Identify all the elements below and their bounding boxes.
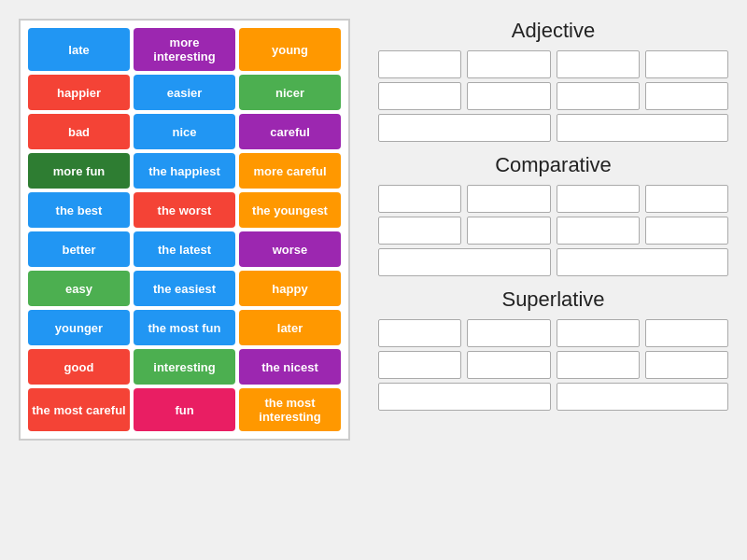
word-tile[interactable]: the easiest [134,271,235,306]
drop-cell[interactable] [467,82,550,110]
word-tile[interactable]: fun [134,388,235,431]
word-tile[interactable]: happy [239,271,341,306]
drop-row [378,50,728,78]
drop-cell[interactable] [467,50,550,78]
drop-cell[interactable] [645,319,728,347]
word-tile[interactable]: nicer [239,75,341,110]
drop-row-last [378,248,728,276]
word-tile[interactable]: the worst [134,192,235,228]
drop-cell[interactable] [378,217,461,245]
drop-row [378,82,728,110]
word-tile[interactable]: late [28,28,130,71]
drop-cell[interactable] [557,50,640,78]
word-tile[interactable]: the youngest [239,192,341,228]
category-title-adjective: Adjective [378,19,728,43]
word-tile[interactable]: later [239,310,341,345]
drop-cell[interactable] [557,114,729,142]
word-grid: latemore interestingyounghappiereasierni… [28,28,341,431]
word-tile[interactable]: worse [239,231,341,267]
drop-cell[interactable] [557,383,729,411]
drop-row [378,217,728,245]
word-tile[interactable]: young [239,28,341,71]
drop-cell[interactable] [557,248,729,276]
drop-row-last [378,383,728,411]
word-tile[interactable]: nice [134,114,235,149]
drop-cell[interactable] [645,217,728,245]
drop-row-last [378,114,728,142]
drop-cell[interactable] [557,351,640,379]
main-container: latemore interestingyounghappiereasierni… [19,19,728,441]
word-tile[interactable]: happier [28,75,130,110]
word-tile[interactable]: easier [134,75,235,110]
word-tile[interactable]: the happiest [134,153,235,189]
word-tile[interactable]: younger [28,310,130,345]
word-tile[interactable]: more careful [239,153,341,189]
category-title-comparative: Comparative [378,153,728,177]
drop-cell[interactable] [378,351,461,379]
word-tile[interactable]: bad [28,114,130,149]
word-tile[interactable]: the most careful [28,388,130,431]
drop-row [378,351,728,379]
drop-row [378,319,728,347]
word-tile[interactable]: better [28,231,130,267]
drop-cell[interactable] [467,217,550,245]
drop-cell[interactable] [378,383,551,411]
drop-cell[interactable] [378,185,461,213]
category-block-comparative: Comparative [378,153,728,280]
drop-cell[interactable] [557,185,640,213]
category-title-superlative: Superlative [378,287,728,312]
drop-cell[interactable] [557,82,640,110]
drop-cell[interactable] [645,351,728,379]
word-tile[interactable]: more interesting [134,28,235,71]
word-tile[interactable]: careful [239,114,341,149]
word-tile[interactable]: the most fun [134,310,235,345]
word-tile[interactable]: interesting [134,349,235,385]
drop-cell[interactable] [378,82,461,110]
word-tile[interactable]: good [28,349,130,385]
word-tile[interactable]: the best [28,192,130,228]
category-block-superlative: Superlative [378,287,728,414]
drop-cell[interactable] [645,185,728,213]
drop-cell[interactable] [378,319,461,347]
drop-cell[interactable] [467,185,550,213]
word-tile[interactable]: easy [28,271,130,306]
drop-cell[interactable] [467,319,550,347]
drop-cell[interactable] [557,217,640,245]
drop-cell[interactable] [645,50,728,78]
drop-cell[interactable] [378,248,551,276]
word-grid-container: latemore interestingyounghappiereasierni… [19,19,350,441]
right-section: AdjectiveComparativeSuperlative [378,19,728,441]
drop-cell[interactable] [378,50,461,78]
drop-cell[interactable] [467,351,550,379]
drop-cell[interactable] [557,319,640,347]
word-tile[interactable]: more fun [28,153,130,189]
drop-cell[interactable] [378,114,551,142]
word-tile[interactable]: the most interesting [239,388,341,431]
category-block-adjective: Adjective [378,19,728,146]
drop-cell[interactable] [645,82,728,110]
drop-row [378,185,728,213]
word-tile[interactable]: the nicest [239,349,341,385]
word-tile[interactable]: the latest [134,231,235,267]
